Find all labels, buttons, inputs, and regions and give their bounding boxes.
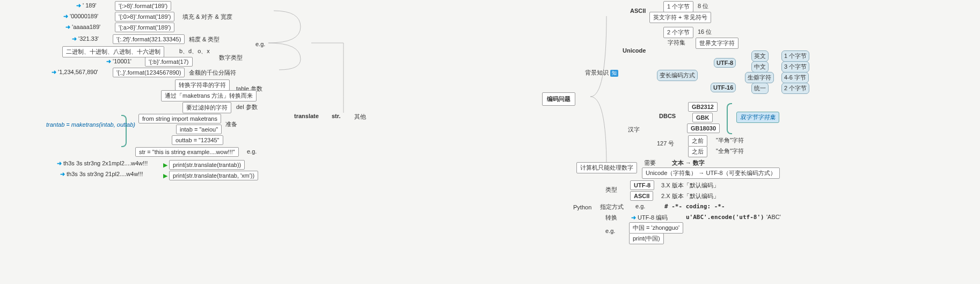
str-node: str. xyxy=(332,113,341,119)
prep-out: outtab = "12345" xyxy=(172,135,223,145)
n127: 127 号 xyxy=(657,140,674,148)
u16b: 2 个字节 xyxy=(781,83,809,94)
arrow-icon: ➜ xyxy=(76,2,81,9)
brace-icon xyxy=(727,103,732,134)
num-title: 计算机只能处理数字 xyxy=(576,162,637,173)
num-rule: Unicode（字符集） → UTF-8（可变长编码方式） xyxy=(642,168,780,179)
arrow-icon: ➜ xyxy=(52,69,56,75)
uni-varlen: 变长编码方式 xyxy=(657,70,698,81)
u8-3b: 4-6 字节 xyxy=(781,72,809,83)
utf16-title: UTF-16 xyxy=(711,83,736,92)
py-spec: 指定方式 xyxy=(600,203,624,211)
trans-make: 通过「maketrans 方法」转换而来 xyxy=(161,90,257,101)
arrow-icon: ➜ xyxy=(63,13,68,19)
label-eg2: e.g. xyxy=(247,148,257,155)
num-conv: 文本 → 数字 xyxy=(672,159,705,167)
ascii-b1: 1 个字节 xyxy=(663,1,693,12)
note-trantab: trantab = maketrans(intab, outtab) xyxy=(46,121,119,128)
label-numtype: 数字类型 xyxy=(219,54,243,62)
dbcs-note: 双字节字符集 xyxy=(736,112,779,123)
fmt-code: '{:.2f}'.format(321.33345) xyxy=(113,34,185,44)
py-t2d: 2.X 版本「默认编码」 xyxy=(661,192,719,200)
arrow-icon: ➜ xyxy=(72,35,77,42)
fmt-result: ' 189' xyxy=(83,2,97,9)
py-title: Python xyxy=(573,204,591,210)
unicode-title: Unicode xyxy=(623,47,646,54)
label-thou: 金额的千位分隔符 xyxy=(189,69,236,77)
trans-char: 转换字符串的字符 xyxy=(175,79,230,91)
py-t1d: 3.X 版本「默认编码」 xyxy=(661,181,719,190)
ex2-result: th3s 3s str3ng 21pl2....w4w!!! xyxy=(67,171,143,177)
other-node: 其他 xyxy=(354,113,366,121)
flag-icon: ▶ xyxy=(163,162,167,168)
fmt-code: '{:,}'.format(1234567890) xyxy=(113,68,185,77)
trans-filter: 要过滤掉的字符 xyxy=(182,102,231,113)
ascii-desc: 英文字符 + 常见符号 xyxy=(649,12,711,23)
translate-node: translate xyxy=(294,113,319,119)
fmt-code: '{:b}'.format(17) xyxy=(145,57,193,67)
brace-icon xyxy=(121,115,127,147)
fmt-code: '{:>8}'.format('189') xyxy=(115,1,171,11)
fmt-result: '10001' xyxy=(113,58,131,64)
arrow-icon: ➜ xyxy=(65,24,70,30)
prep-import: from string import maketrans xyxy=(138,114,221,123)
num-need: 需要 xyxy=(644,159,656,167)
py-eg: e.g. xyxy=(605,228,615,234)
ascii-title: ASCII xyxy=(630,8,646,14)
radix-codes: b、d、o、x xyxy=(179,47,210,55)
uni-world: 世界文字字符 xyxy=(696,38,738,49)
full: "全角"字符 xyxy=(716,147,744,155)
py-eg1: 中国 = 'zhongguo' xyxy=(629,222,683,234)
gb2: GBK xyxy=(692,113,713,122)
arrow-icon: ➜ xyxy=(106,58,111,64)
badge-icon: 知 xyxy=(610,70,618,77)
gb1: GB2312 xyxy=(688,102,718,112)
flag-icon: ▶ xyxy=(163,172,167,179)
label-del: del 参数 xyxy=(236,103,258,111)
py-trans-res: 'ABC' xyxy=(766,214,781,220)
py-trans-code: u'ABC'.encode('utf-8') xyxy=(686,214,764,221)
ex1-code: print(str.translate(trantab)) xyxy=(169,160,245,170)
fmt-code: '{:0>8}'.format('189') xyxy=(115,12,174,21)
after: 之后 xyxy=(688,146,707,157)
fmt-result: '321.33' xyxy=(78,35,99,42)
u16a: 统一 xyxy=(751,83,769,94)
label-eg: e.g. xyxy=(255,41,265,47)
py-eg2: print(中国) xyxy=(629,233,664,244)
prep-label: 准备 xyxy=(225,120,237,128)
py-t1: UTF-8 xyxy=(630,180,654,190)
py-t2: ASCII xyxy=(630,191,653,201)
u8-2b: 3 个字节 xyxy=(781,61,809,72)
py-trans: 转换 xyxy=(605,214,617,222)
before: 之前 xyxy=(688,135,707,147)
ex1-result: th3s 3s str3ng 2x1mpl2....w4w!!! xyxy=(63,160,148,166)
uni-b2: 16 位 xyxy=(698,28,712,36)
han-title: 汉字 xyxy=(628,126,640,134)
arrow-icon: ➜ xyxy=(57,160,62,166)
radix-list: 二进制、十进制、八进制、十六进制 xyxy=(62,46,164,57)
u8-3a: 生僻字符 xyxy=(745,72,774,83)
label-fill: 填充 & 对齐 & 宽度 xyxy=(182,13,232,21)
py-spec-code: # -*- coding: -*- xyxy=(664,203,725,210)
uni-b1: 2 个字节 xyxy=(663,27,693,38)
fmt-result: 'aaaaa189' xyxy=(72,24,100,30)
ex2-code: print(str.translate(trantab, 'xm')) xyxy=(169,171,258,180)
utf8-title: UTF-8 xyxy=(714,58,736,68)
half: "半角"字符 xyxy=(716,136,744,144)
py-spec-eg: e.g. xyxy=(635,203,645,209)
py-trans-to: UTF-8 编码 xyxy=(638,214,668,221)
arrow-icon: ➜ xyxy=(60,171,65,177)
u8-2a: 中文 xyxy=(751,61,769,72)
u8-1b: 1 个字节 xyxy=(781,50,809,62)
label-prec: 精度 & 类型 xyxy=(189,35,220,43)
uni-charset: 字符集 xyxy=(668,39,685,47)
root-encoding: 编码问题 xyxy=(542,92,575,106)
fmt-result: '00000189' xyxy=(70,13,98,19)
ascii-b2: 8 位 xyxy=(698,2,708,10)
u8-1a: 英文 xyxy=(751,50,769,62)
dbcs-title: DBCS xyxy=(659,113,676,119)
bg-knowledge: 背景知识 xyxy=(585,69,609,76)
fmt-result: '1,234,567,890' xyxy=(58,69,98,75)
ex-str: str = "this is string example....wow!!!" xyxy=(135,147,239,157)
py-type: 类型 xyxy=(605,186,617,194)
